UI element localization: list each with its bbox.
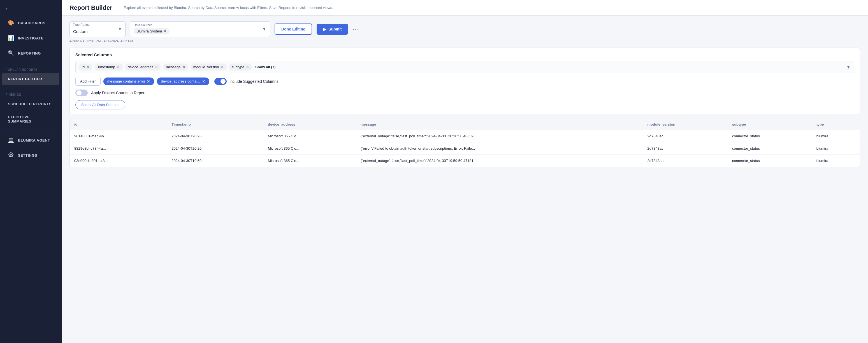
data-sources-chevron-icon: ▼ (262, 27, 267, 32)
data-sources-label: Data Sources (134, 23, 152, 27)
sidebar-item-dashboards[interactable]: 🎨 DASHBOARDS (2, 16, 59, 30)
data-sources-inner: Blumira System ✕ (134, 28, 260, 34)
filters-row: Add Filter message contains error ✕ devi… (75, 77, 854, 85)
column-tag-timestamp: Timestamp ✕ (94, 64, 123, 70)
cell-timestamp: 2024-04-30T20:26... (167, 130, 264, 142)
main-content: Report Builder Explore all events collec… (62, 0, 868, 343)
add-filter-button[interactable]: Add Filter (75, 77, 101, 85)
col-header-subtype: subtype (727, 119, 812, 130)
column-remove-timestamp-button[interactable]: ✕ (117, 65, 120, 69)
filter-tag-remove-1-button[interactable]: ✕ (202, 79, 205, 84)
reporting-icon: 🔍 (8, 50, 14, 56)
cell-device-address: Microsoft 365 Clo... (264, 142, 356, 155)
col-header-device-address: device_address (264, 119, 356, 130)
distinct-counts-row: Apply Distinct Counts to Report (75, 90, 854, 96)
sidebar-item-label: EXECUTIVE SUMMARIES (8, 115, 54, 124)
cell-subtype: connector_status (727, 155, 812, 167)
show-all-button[interactable]: Show all (7) (255, 65, 275, 69)
dashboard-icon: 🎨 (8, 20, 14, 26)
controls-row: Time Range Custom Last 1 Hour Last 24 Ho… (69, 21, 860, 37)
sidebar-item-label: SETTINGS (18, 153, 37, 158)
sidebar-item-label: DASHBOARDS (18, 21, 45, 25)
svg-point-0 (10, 154, 12, 156)
sidebar-item-investigate[interactable]: 📊 INVESTIGATE (2, 31, 59, 45)
column-remove-device-address-button[interactable]: ✕ (155, 65, 158, 69)
data-table-wrapper: id Timestamp device_address message modu… (69, 118, 860, 167)
data-source-remove-button[interactable]: ✕ (163, 29, 167, 33)
column-remove-module-version-button[interactable]: ✕ (221, 65, 224, 69)
column-tag-message: message ✕ (163, 64, 188, 70)
selected-columns-title: Selected Columns (75, 52, 854, 57)
sidebar-item-label: REPORTING (18, 51, 41, 56)
cell-subtype: connector_status (727, 130, 812, 142)
settings-icon (8, 152, 14, 159)
filter-tag-label: device_address contai... (161, 79, 200, 83)
include-suggested-toggle[interactable] (214, 78, 227, 85)
cell-device-address: Microsoft 365 Clo... (264, 130, 356, 142)
column-tag-device-address: device_address ✕ (125, 64, 161, 70)
column-tag-module-version: module_version ✕ (190, 64, 227, 70)
columns-row: id ✕ Timestamp ✕ device_address ✕ messag… (75, 61, 854, 73)
select-all-data-sources-button[interactable]: Select All Data Sources (75, 100, 125, 109)
table-body: 961a8661-fced-4b... 2024-04-30T20:26... … (70, 130, 860, 167)
cell-subtype: connector_status (727, 142, 812, 155)
column-label: Timestamp (97, 65, 115, 69)
column-label: device_address (128, 65, 153, 69)
submit-button[interactable]: ▶ Submit (317, 24, 348, 35)
header-separator (118, 4, 118, 12)
col-header-message: message (356, 119, 643, 130)
column-remove-id-button[interactable]: ✕ (86, 65, 89, 69)
investigate-icon: 📊 (8, 35, 14, 41)
submit-label: Submit (329, 27, 342, 31)
header-description: Explore all events collected by Blumira.… (124, 6, 333, 10)
submit-play-icon: ▶ (323, 27, 326, 32)
sidebar-item-settings[interactable]: SETTINGS (2, 148, 59, 163)
table-header: id Timestamp device_address message modu… (70, 119, 860, 130)
back-button[interactable]: ‹ (0, 3, 62, 15)
page-title: Report Builder (69, 4, 112, 11)
data-source-tag: Blumira System ✕ (134, 28, 169, 34)
sidebar-item-label: SCHEDULED REPORTS (8, 102, 52, 106)
sidebar-item-label: INVESTIGATE (18, 36, 43, 40)
cell-message: {"error":"Failed to obtain auth token or… (356, 142, 643, 155)
col-header-module-version: module_version (643, 119, 727, 130)
column-label: id (82, 65, 85, 69)
column-label: subtype (232, 65, 245, 69)
time-range-label: Time Range (73, 23, 90, 26)
header-bar: Report Builder Explore all events collec… (62, 0, 868, 16)
selected-columns-card: Selected Columns id ✕ Timestamp ✕ device… (69, 47, 860, 114)
sidebar-item-label: BLUMIRA AGENT (18, 138, 50, 142)
data-sources-box[interactable]: Data Sources Blumira System ✕ ▼ (130, 21, 270, 37)
cell-message: {"external_outage":false,"last_poll_time… (356, 130, 643, 142)
data-table: id Timestamp device_address message modu… (70, 119, 860, 167)
table-row: 03e990cb-301c-43... 2024-04-30T19:59... … (70, 155, 860, 167)
column-tag-subtype: subtype ✕ (229, 64, 252, 70)
col-header-type: type (812, 119, 860, 130)
sidebar-item-scheduled-reports[interactable]: SCHEDULED REPORTS (2, 98, 59, 110)
filter-tag-device-address: device_address contai... ✕ (157, 77, 209, 85)
sidebar-item-label: REPORT BUILDER (8, 77, 42, 81)
distinct-counts-toggle[interactable] (75, 90, 88, 96)
cell-module-version: 2d7848ac (643, 155, 727, 167)
content-area: Time Range Custom Last 1 Hour Last 24 Ho… (62, 16, 868, 343)
sidebar-item-blumira-agent[interactable]: 💻 BLUMIRA AGENT (2, 133, 59, 147)
cell-id: 03e990cb-301c-43... (70, 155, 167, 167)
cell-id: 961a8661-fced-4b... (70, 130, 167, 142)
filter-tag-remove-0-button[interactable]: ✕ (147, 79, 150, 84)
col-header-timestamp: Timestamp (167, 119, 264, 130)
sidebar-item-reporting[interactable]: 🔍 REPORTING (2, 46, 59, 60)
distinct-counts-label: Apply Distinct Counts to Report (91, 91, 146, 95)
cell-module-version: 2d7848ac (643, 142, 727, 155)
date-range-text: 4/30/2024, 12:31 PM - 4/30/2024, 4:32 PM (69, 39, 860, 43)
column-remove-subtype-button[interactable]: ✕ (246, 65, 249, 69)
table-row: 8829e8bf-c78f-4a... 2024-04-30T20:26... … (70, 142, 860, 155)
done-editing-button[interactable]: Done Editing (275, 24, 312, 35)
cell-timestamp: 2024-04-30T19:59... (167, 155, 264, 167)
more-options-button[interactable]: ⋯ (352, 26, 358, 32)
time-range-group: Time Range Custom Last 1 Hour Last 24 Ho… (69, 21, 126, 37)
findings-section-label: FINDINGS (0, 90, 62, 97)
sidebar-item-executive-summaries[interactable]: EXECUTIVE SUMMARIES (2, 111, 59, 127)
column-remove-message-button[interactable]: ✕ (182, 65, 185, 69)
column-label: module_version (193, 65, 219, 69)
sidebar-item-report-builder[interactable]: REPORT BUILDER (2, 73, 59, 85)
